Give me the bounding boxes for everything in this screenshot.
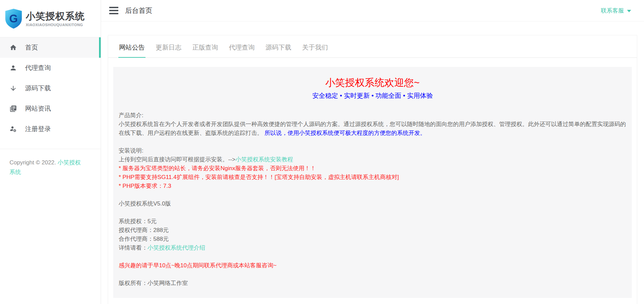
tab-about-us[interactable]: 关于我们 — [301, 35, 329, 58]
contact-support-dropdown[interactable]: 联系客服 — [601, 7, 631, 15]
topbar: 后台首页 联系客服 — [101, 0, 644, 21]
home-icon — [9, 44, 17, 51]
contact-notice: 感兴趣的请于早10点~晚10点期间联系代理商或本站客服咨询~ — [119, 261, 626, 270]
sidebar-item-label: 首页 — [25, 43, 38, 52]
hamburger-menu-icon[interactable] — [109, 5, 119, 16]
tab-agent-query[interactable]: 代理查询 — [228, 35, 255, 58]
sidebar-item-label: 网站资讯 — [25, 104, 51, 113]
spacer — [119, 138, 626, 146]
tab-bar: 网站公告 更新日志 正版查询 代理查询 源码下载 关于我们 — [108, 35, 637, 58]
install-line: 上传到空间后直接访问即可根据提示安装。-->小笑授权系统安装教程 — [119, 155, 626, 164]
spacer — [119, 208, 626, 217]
logo-title: 小笑授权系统 — [26, 11, 85, 22]
sidebar-item-site-news[interactable]: 网站资讯 — [0, 99, 101, 119]
sidebar-item-source-download[interactable]: 源码下载 — [0, 78, 101, 99]
main-content: 网站公告 更新日志 正版查询 代理查询 源码下载 关于我们 小笑授权系统欢迎您~… — [101, 21, 644, 304]
caret-down-icon — [627, 10, 631, 12]
logo-text: 小笑授权系统 XIAOXIAOSHOUQUANXITONG — [26, 11, 85, 27]
intro-paragraph: 小笑授权系统旨在为个人开发者或者开发团队提供一种高效便捷的管理个人源码的方案。通… — [119, 120, 626, 138]
intro-highlight: 所以说，使用小笑授权系统便可极大程度的方便您的系统开发。 — [263, 130, 426, 136]
sidebar-item-label: 注册登录 — [25, 125, 51, 133]
spacer — [119, 270, 626, 279]
warning-line: * PHP需要支持SG11.4扩展组件，安装前请核查是否支持！！[宝塔支持自助安… — [119, 173, 626, 182]
tab-content: 小笑授权系统欢迎您~ 安全稳定 • 实时更新 • 功能全面 • 实用体验 产品简… — [108, 58, 637, 303]
news-icon — [9, 105, 17, 112]
version-line: 小笑授权系统V5.0版 — [119, 199, 626, 208]
logo-shield-icon: G — [5, 8, 22, 29]
install-label: 安装说明: — [119, 146, 626, 155]
price-line: 合作代理商：588元 — [119, 235, 626, 244]
tab-source-download[interactable]: 源码下载 — [265, 35, 292, 58]
person-icon — [9, 64, 17, 72]
sidebar-menu: 首页 代理查询 源码下载 网站资讯 注册登录 — [0, 37, 101, 139]
install-text: 上传到空间后直接访问即可根据提示安装。--> — [119, 156, 235, 163]
agent-intro-link[interactable]: 小笑授权系统代理介绍 — [148, 245, 205, 251]
detail-line: 详情请看：小笑授权系统代理介绍 — [119, 244, 626, 252]
warning-line: * PHP版本要求：7.3 — [119, 182, 626, 191]
warning-line: * 服务器为宝塔类型的站长，请务必安装Nginx服务器套装，否则无法使用！！ — [119, 164, 626, 173]
tab-site-announcement[interactable]: 网站公告 — [118, 35, 145, 58]
tab-update-log[interactable]: 更新日志 — [155, 35, 182, 58]
person-gear-icon — [9, 125, 17, 133]
main-column: 后台首页 联系客服 网站公告 更新日志 正版查询 代理查询 源码下载 关于我们 — [101, 0, 644, 304]
spacer — [119, 252, 626, 261]
app-root: G 小笑授权系统 XIAOXIAOSHOUQUANXITONG 首页 代理查询 … — [0, 0, 644, 304]
announcement-title: 小笑授权系统欢迎您~ — [119, 76, 626, 89]
contact-support-label: 联系客服 — [601, 7, 624, 15]
tab-genuine-query[interactable]: 正版查询 — [192, 35, 219, 58]
announcement-subtitle: 安全稳定 • 实时更新 • 功能全面 • 实用体验 — [119, 91, 626, 100]
sidebar-item-label: 源码下载 — [25, 84, 51, 93]
page-title: 后台首页 — [125, 6, 152, 15]
copyright-line: 版权所有：小笑网络工作室 — [119, 279, 626, 288]
install-tutorial-link[interactable]: 小笑授权系统安装教程 — [235, 156, 293, 163]
svg-text:G: G — [9, 12, 18, 24]
announcement-panel: 小笑授权系统欢迎您~ 安全稳定 • 实时更新 • 功能全面 • 实用体验 产品简… — [113, 67, 632, 298]
intro-label: 产品简介: — [119, 111, 626, 120]
download-arrow-icon — [9, 85, 17, 92]
sidebar: G 小笑授权系统 XIAOXIAOSHOUQUANXITONG 首页 代理查询 … — [0, 0, 101, 304]
sidebar-item-label: 代理查询 — [25, 64, 51, 72]
spacer — [119, 191, 626, 199]
sidebar-item-register-login[interactable]: 注册登录 — [0, 119, 101, 139]
sidebar-item-home[interactable]: 首页 — [0, 37, 101, 58]
detail-label: 详情请看： — [119, 245, 148, 251]
price-line: 授权代理商：288元 — [119, 226, 626, 235]
logo[interactable]: G 小笑授权系统 XIAOXIAOSHOUQUANXITONG — [0, 0, 101, 37]
price-line: 系统授权：5元 — [119, 217, 626, 226]
logo-subtitle: XIAOXIAOSHOUQUANXITONG — [26, 23, 85, 27]
sidebar-item-agent-query[interactable]: 代理查询 — [0, 58, 101, 78]
copyright-text: Copyright © 2022. — [9, 159, 58, 166]
content-card: 网站公告 更新日志 正版查询 代理查询 源码下载 关于我们 小笑授权系统欢迎您~… — [108, 35, 637, 304]
sidebar-copyright: Copyright © 2022. 小笑授权系统 — [0, 149, 101, 177]
